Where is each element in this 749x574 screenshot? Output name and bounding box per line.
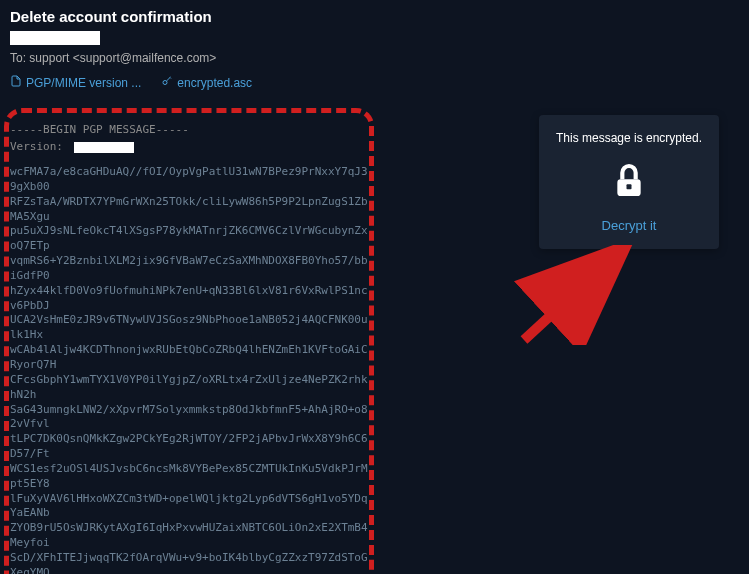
email-to-line: To: support <support@mailfence.com> — [10, 51, 739, 65]
attachment-pgp-mime[interactable]: PGP/MIME version ... — [10, 75, 141, 90]
version-redacted — [74, 142, 134, 153]
key-icon — [161, 75, 173, 90]
pgp-version-label: Version: — [10, 140, 63, 153]
file-icon — [10, 75, 22, 90]
svg-rect-2 — [627, 184, 632, 189]
encryption-notice-box: This message is encrypted. Decrypt it — [539, 115, 719, 249]
lock-icon — [549, 161, 709, 204]
to-label: To: — [10, 51, 26, 65]
from-redacted — [10, 31, 100, 45]
email-subject: Delete account confirmation — [10, 8, 739, 25]
svg-point-0 — [163, 81, 167, 85]
attachment-encrypted-asc[interactable]: encrypted.asc — [161, 75, 252, 90]
to-value: support <support@mailfence.com> — [29, 51, 216, 65]
attachment-label: PGP/MIME version ... — [26, 76, 141, 90]
pgp-message-body: wcFMA7a/e8caGHDuAQ//fOI/OypVgPatlU31wN7B… — [10, 165, 370, 574]
encryption-message: This message is encrypted. — [549, 131, 709, 145]
decrypt-button[interactable]: Decrypt it — [549, 218, 709, 233]
attachment-label: encrypted.asc — [177, 76, 252, 90]
